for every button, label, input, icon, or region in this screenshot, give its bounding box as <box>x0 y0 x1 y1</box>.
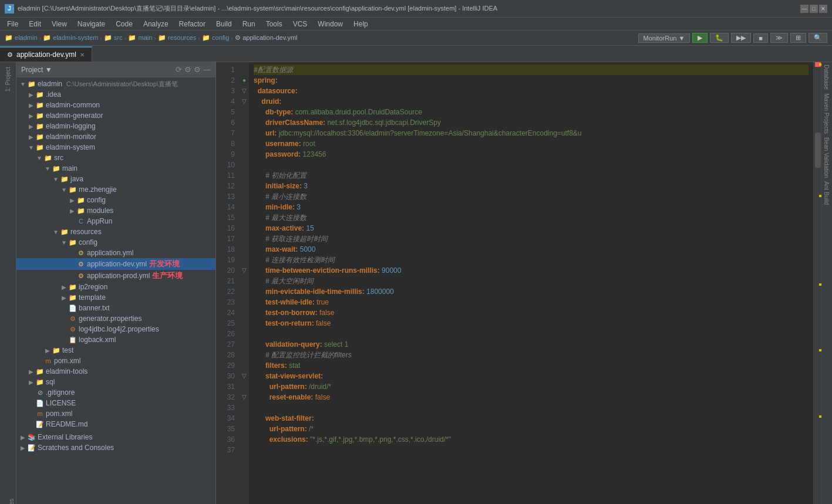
left-panel-strip: 1: Project <box>0 62 16 504</box>
tab-application-dev-yml[interactable]: ⚙ application-dev.yml ✕ <box>0 46 92 62</box>
code-content[interactable]: #配置数据源 spring: datasource: druid: db-typ… <box>249 62 813 504</box>
menu-item-analyze[interactable]: Analyze <box>139 19 173 29</box>
search-button[interactable]: 🔍 <box>809 33 827 43</box>
tree-scratches[interactable]: ▶ 📝 Scratches and Consoles <box>16 442 215 453</box>
monitor-run-button[interactable]: MonitorRun ▼ <box>638 33 690 43</box>
ant-build-panel-label[interactable]: Ant Build <box>823 180 831 206</box>
gear-icon[interactable]: ⚙ <box>194 65 201 74</box>
bean-validation-panel-label[interactable]: Bean Validation <box>823 136 831 179</box>
line-number: 14 <box>216 202 240 212</box>
tree-test[interactable]: ▶ 📁 test <box>16 345 215 356</box>
run-config-button[interactable]: ▶▶ <box>731 33 751 43</box>
line-number: 27 <box>216 339 240 350</box>
menu-item-code[interactable]: Code <box>111 19 137 29</box>
gutter-fold[interactable]: ▽ <box>240 392 249 402</box>
vertical-scrollbar[interactable] <box>813 62 821 504</box>
right-panel-strip: Database Maven Projects Bean Validation … <box>821 62 832 504</box>
tree-application-dev-yml[interactable]: ⚙ application-dev.yml 开发环境 <box>16 258 215 270</box>
breadcrumb-eladmin[interactable]: 📁 eladmin <box>5 34 38 42</box>
gutter-fold[interactable]: ▽ <box>240 86 249 96</box>
menu-item-file[interactable]: File <box>2 19 23 29</box>
tree-readme[interactable]: 📝 README.md <box>16 419 215 429</box>
tree-root-pom[interactable]: m pom.xml <box>16 408 215 419</box>
menu-item-view[interactable]: View <box>47 19 72 29</box>
gutter-fold[interactable]: ▽ <box>240 96 249 107</box>
layout-button[interactable]: ⊞ <box>790 33 806 43</box>
tree-modules[interactable]: ▶ 📁 modules <box>16 205 215 216</box>
tree-common[interactable]: ▶ 📁 eladmin-common <box>16 100 215 110</box>
gutter-fold[interactable]: ▽ <box>240 371 249 381</box>
line-number: 9 <box>216 149 240 160</box>
tree-java[interactable]: ▼ 📁 java <box>16 174 215 184</box>
tree-label: AppRun <box>87 217 112 225</box>
tree-generator-props[interactable]: ⚙ generator.properties <box>16 313 215 324</box>
tree-label: config <box>79 238 97 246</box>
tree-root-eladmin[interactable]: ▼ 📁 eladmin C:\Users\Administrator\Deskt… <box>16 79 215 89</box>
tree-resources[interactable]: ▼ 📁 resources <box>16 226 215 237</box>
debug-button[interactable]: 🐛 <box>710 33 729 43</box>
tab-close-button[interactable]: ✕ <box>80 52 85 58</box>
menu-item-build[interactable]: Build <box>211 19 237 29</box>
tree-gitignore[interactable]: ⊘ .gitignore <box>16 387 215 398</box>
tree-log4jdbc-props[interactable]: ⚙ log4jdbc.log4j2.properties <box>16 324 215 334</box>
properties-icon: ⚙ <box>68 324 78 334</box>
favorites-label[interactable]: 2: Favorites <box>2 499 15 504</box>
tree-tools[interactable]: ▶ 📁 eladmin-tools <box>16 366 215 377</box>
maximize-button[interactable]: □ <box>810 5 818 13</box>
menu-item-navigate[interactable]: Navigate <box>73 19 110 29</box>
menu-item-refactor[interactable]: Refactor <box>174 19 210 29</box>
gutter-line <box>240 65 249 75</box>
more-button[interactable]: ≫ <box>770 33 788 43</box>
menu-item-run[interactable]: Run <box>238 19 260 29</box>
tree-label: me.zhengjie <box>79 185 117 194</box>
hide-panel-icon[interactable]: — <box>203 65 211 74</box>
module-icon: 📁 <box>35 132 45 141</box>
tree-system-pom[interactable]: m pom.xml <box>16 356 215 366</box>
tree-application-yml[interactable]: ⚙ application.yml <box>16 248 215 258</box>
tree-idea[interactable]: ▶ 📁 .idea <box>16 89 215 100</box>
breadcrumb-system[interactable]: 📁 eladmin-system <box>43 34 98 42</box>
tree-main[interactable]: ▼ 📁 main <box>16 163 215 174</box>
tree-generator[interactable]: ▶ 📁 eladmin-generator <box>16 110 215 121</box>
breadcrumb-main[interactable]: 📁 main <box>128 34 152 42</box>
run-button[interactable]: ▶ <box>692 33 708 43</box>
menu-item-window[interactable]: Window <box>313 19 348 29</box>
stop-button[interactable]: ■ <box>753 33 768 43</box>
tree-src[interactable]: ▼ 📁 src <box>16 153 215 163</box>
tree-apprun[interactable]: C AppRun <box>16 216 215 226</box>
breadcrumb-src[interactable]: 📁 src <box>104 34 123 42</box>
code-line-14: min-idle: 3 <box>254 202 809 212</box>
editor-wrapper[interactable]: 1 2 3 4 5 6 7 8 9 10 11 12 13 14 15 16 1… <box>216 62 832 504</box>
sync-icon[interactable]: ⟳ <box>176 65 182 74</box>
tree-package[interactable]: ▼ 📁 me.zhengjie <box>16 184 215 195</box>
maven-panel-label[interactable]: Maven Projects <box>823 92 831 135</box>
tree-template[interactable]: ▶ 📁 template <box>16 292 215 303</box>
menu-item-edit[interactable]: Edit <box>24 19 46 29</box>
tree-license[interactable]: 📄 LICENSE <box>16 398 215 408</box>
minimize-button[interactable]: — <box>800 5 809 13</box>
settings-icon[interactable]: ⚙ <box>184 65 191 74</box>
breadcrumb-config[interactable]: 📁 config <box>202 34 229 42</box>
tree-config-pkg[interactable]: ▶ 📁 config <box>16 195 215 205</box>
gutter-fold[interactable]: ▽ <box>240 265 249 276</box>
tree-banner[interactable]: 📄 banner.txt <box>16 303 215 313</box>
tree-label: External Libraries <box>38 433 92 441</box>
database-panel-label[interactable]: Database <box>823 63 831 91</box>
menu-item-help[interactable]: Help <box>349 19 373 29</box>
tree-system[interactable]: ▼ 📁 eladmin-system <box>16 142 215 153</box>
gutter-line[interactable]: ● <box>240 75 249 86</box>
tree-logback[interactable]: 📋 logback.xml <box>16 334 215 345</box>
tree-logging[interactable]: ▶ 📁 eladmin-logging <box>16 121 215 131</box>
project-panel-label[interactable]: 1: Project <box>4 65 12 94</box>
tree-external-libraries[interactable]: ▶ 📚 External Libraries <box>16 432 215 442</box>
menu-item-vcs[interactable]: VCS <box>288 19 312 29</box>
tree-ip2region[interactable]: ▶ 📁 ip2region <box>16 282 215 292</box>
tree-config-res[interactable]: ▼ 📁 config <box>16 237 215 248</box>
tree-sql[interactable]: ▶ 📁 sql <box>16 377 215 387</box>
close-button[interactable]: ✕ <box>819 5 827 13</box>
breadcrumb-resources[interactable]: 📁 resources <box>158 34 196 42</box>
tree-label: eladmin-common <box>46 101 100 109</box>
menu-item-tools[interactable]: Tools <box>261 19 287 29</box>
tree-monitor[interactable]: ▶ 📁 eladmin-monitor <box>16 131 215 142</box>
tree-application-prod-yml[interactable]: ⚙ application-prod.yml 生产环境 <box>16 270 215 282</box>
